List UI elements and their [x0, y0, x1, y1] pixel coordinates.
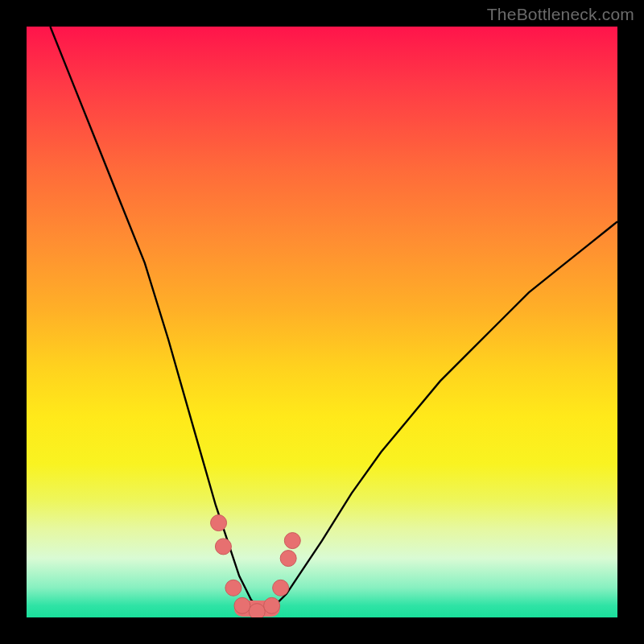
curve-marker — [225, 580, 242, 596]
curve-marker — [215, 539, 231, 555]
curve-marker — [284, 533, 300, 549]
curve-marker — [211, 515, 227, 531]
curve-marker — [280, 551, 296, 567]
watermark-text: TheBottleneck.com — [487, 5, 634, 24]
plot-svg — [27, 27, 617, 617]
bottleneck-curve — [50, 27, 617, 612]
plot-area — [27, 27, 617, 617]
curve-marker — [273, 580, 289, 596]
curve-marker — [249, 604, 265, 617]
curve-marker — [264, 597, 280, 613]
curve-marker — [234, 597, 250, 613]
